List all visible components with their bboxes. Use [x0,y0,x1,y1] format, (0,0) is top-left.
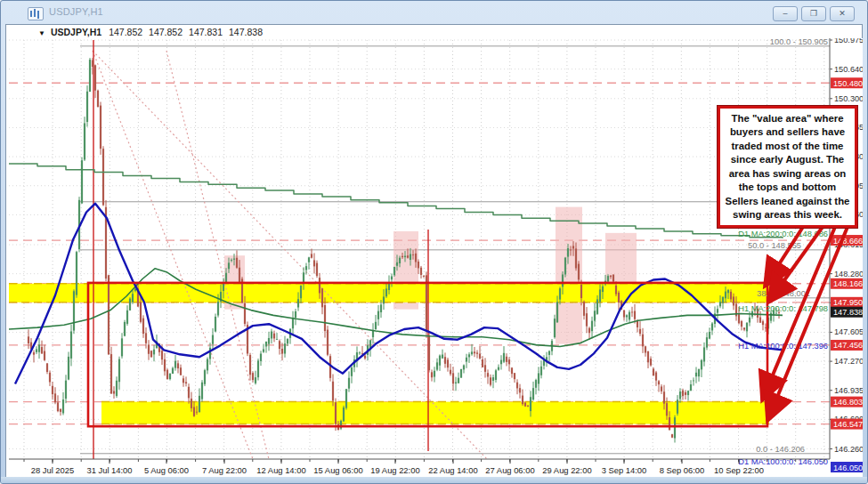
swing-level-lines [9,83,830,424]
svg-text:146.935: 146.935 [834,386,863,395]
price-tag-148.666: 148.666 [831,235,863,246]
annotation-text-box[interactable]: The "value area" where buyers and seller… [718,106,857,228]
minimize-button[interactable]: – [773,6,798,21]
close-button[interactable]: ✕ [830,6,855,21]
price-tag-146.803: 146.803 [831,397,863,407]
svg-text:148.166: 148.166 [833,279,863,288]
mt4-chart-window: USDJPY,H1 – ❐ ✕ ▼USDJPY,H1147.852147.852… [0,0,868,484]
svg-text:147.456: 147.456 [833,341,863,350]
ohlc-high: 147.852 [149,27,183,37]
chart-header: ▼USDJPY,H1147.852147.852147.831147.838 [6,25,862,38]
annotation-text: The "value area" where buyers and seller… [724,112,851,222]
price-tag-148.166: 148.166 [831,278,863,289]
svg-text:146.050: 146.050 [833,464,863,472]
svg-text:7 Aug 22:00: 7 Aug 22:00 [202,465,247,475]
svg-text:147.838: 147.838 [833,308,863,317]
svg-text:146.260: 146.260 [834,445,863,454]
svg-text:147.270: 147.270 [834,357,863,366]
chart-area: ▼USDJPY,H1147.852147.852147.831147.838 1… [5,24,863,479]
symbol-period-label: USDJPY,H1 [51,27,101,37]
svg-text:22 Aug 14:00: 22 Aug 14:00 [428,465,477,475]
svg-text:28 Jul 2025: 28 Jul 2025 [31,465,74,475]
svg-text:150.480: 150.480 [833,79,863,88]
svg-text:3 Sep 14:00: 3 Sep 14:00 [602,465,647,475]
price-tag-146.050: 146.050 [831,462,863,472]
svg-text:27 Aug 06:00: 27 Aug 06:00 [485,465,534,475]
svg-text:31 Jul 14:00: 31 Jul 14:00 [86,465,132,475]
highlight-zones [224,207,637,344]
window-titlebar[interactable]: USDJPY,H1 – ❐ ✕ [1,1,867,24]
svg-text:10 Sep 22:00: 10 Sep 22:00 [714,465,764,475]
price-tag-146.547: 146.547 [831,419,863,430]
price-tag-147.838: 147.838 [831,307,863,318]
svg-text:0.0 - 146.206: 0.0 - 146.206 [756,445,805,454]
ohlc-low: 147.831 [189,27,223,37]
price-tag-150.480: 150.480 [831,77,863,88]
window-statusbar [1,477,867,483]
svg-text:38.2 - 148.001: 38.2 - 148.001 [757,289,810,298]
svg-text:8 Sep 06:00: 8 Sep 06:00 [660,465,705,475]
svg-text:148.666: 148.666 [833,237,863,246]
time-axis: 28 Jul 202531 Jul 14:005 Aug 06:007 Aug … [9,459,830,475]
chevron-down-icon[interactable]: ▼ [38,29,45,37]
svg-text:150.640: 150.640 [834,65,863,74]
svg-text:146.547: 146.547 [833,420,863,429]
svg-text:12 Aug 14:00: 12 Aug 14:00 [256,465,305,475]
svg-text:100.0 - 150.905: 100.0 - 150.905 [770,38,828,46]
chart-icon [28,7,44,20]
svg-text:148.280: 148.280 [834,270,863,278]
window-title: USDJPY,H1 [49,6,103,17]
svg-text:150.300: 150.300 [834,94,863,103]
svg-text:5 Aug 06:00: 5 Aug 06:00 [144,465,189,475]
svg-text:15 Aug 06:00: 15 Aug 06:00 [313,465,362,475]
candlestick-chart[interactable]: 100.0 - 150.90561.8 - 149.11050.0 - 148.… [7,38,863,479]
svg-text:150.975: 150.975 [834,38,863,44]
ohlc-close: 147.838 [229,27,263,37]
price-tag-147.950: 147.950 [831,297,863,308]
svg-text:19 Aug 22:00: 19 Aug 22:00 [370,465,419,475]
svg-text:147.950: 147.950 [833,298,863,307]
svg-text:147.605: 147.605 [834,327,863,336]
ohlc-open: 147.852 [109,27,142,37]
maximize-button[interactable]: ❐ [801,6,826,21]
value-area-bands [9,284,769,424]
svg-text:146.803: 146.803 [833,398,863,407]
price-tag-147.456: 147.456 [831,340,863,351]
svg-text:29 Aug 22:00: 29 Aug 22:00 [542,465,591,475]
